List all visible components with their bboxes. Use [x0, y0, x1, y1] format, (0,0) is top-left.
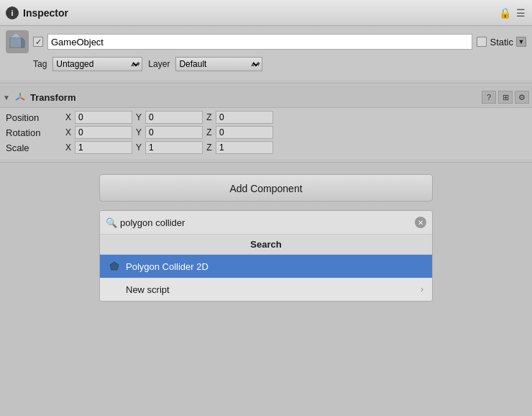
- transform-fields: Position X Y Z Rotation X Y Z: [0, 108, 532, 159]
- tag-layer-row: Tag Untagged Respawn Finish EditorOnly M…: [33, 57, 526, 71]
- transform-layout-button[interactable]: ⊞: [498, 91, 513, 104]
- menu-icon[interactable]: ☰: [515, 7, 526, 19]
- transform-title: Transform: [30, 92, 477, 103]
- position-z-label: Z: [204, 112, 214, 122]
- rotation-x-label: X: [63, 127, 73, 137]
- inspector-title: Inspector: [23, 7, 68, 19]
- static-checkbox[interactable]: [477, 37, 487, 47]
- search-input[interactable]: [120, 217, 412, 228]
- transform-buttons: ? ⊞ ⚙: [482, 91, 529, 104]
- search-clear-button[interactable]: ✕: [415, 217, 426, 228]
- position-row: Position X Y Z: [6, 111, 526, 124]
- rotation-y-label: Y: [134, 127, 144, 137]
- gameobject-checkbox[interactable]: ✓: [33, 37, 43, 47]
- position-y-label: Y: [134, 112, 144, 122]
- position-y-input[interactable]: [145, 111, 203, 124]
- scale-x-input[interactable]: [75, 141, 132, 154]
- rotation-axis-group: X Y Z: [63, 126, 526, 139]
- rotation-row: Rotation X Y Z: [6, 126, 526, 139]
- inspector-icon: i: [6, 6, 19, 19]
- search-icon: 🔍: [106, 217, 117, 228]
- svg-marker-2: [22, 37, 24, 48]
- section-divider: [0, 83, 532, 83]
- title-bar: i Inspector 🔒 ☰: [0, 0, 532, 26]
- layer-label: Layer: [148, 59, 170, 69]
- chevron-right-icon: ›: [421, 284, 423, 294]
- rotation-label: Rotation: [6, 127, 63, 138]
- search-input-row: 🔍 ✕: [100, 211, 432, 234]
- static-row: Static ▼: [477, 37, 526, 48]
- position-z-input[interactable]: [216, 111, 273, 124]
- position-axis-group: X Y Z: [63, 111, 526, 124]
- scale-row: Scale X Y Z: [6, 141, 526, 154]
- svg-rect-0: [10, 37, 22, 48]
- transform-section: ▼ Transform ? ⊞ ⚙ Position X Y Z: [0, 86, 532, 159]
- svg-marker-7: [110, 262, 119, 270]
- scale-x-label: X: [63, 143, 73, 153]
- static-label: Static: [490, 37, 513, 48]
- search-section-label: Search: [100, 234, 432, 255]
- transform-header: ▼ Transform ? ⊞ ⚙: [0, 86, 532, 108]
- svg-point-6: [19, 96, 21, 99]
- transform-help-button[interactable]: ?: [482, 91, 496, 104]
- position-x-input[interactable]: [75, 111, 132, 124]
- rotation-z-input[interactable]: [216, 126, 273, 139]
- layer-select[interactable]: Default TransparentFX Ignore Raycast Wat…: [175, 57, 262, 71]
- gameobject-row: ✓ Static ▼: [6, 30, 526, 53]
- inspector-panel: ✓ Static ▼ Tag Untagged Respawn Finish E…: [0, 26, 532, 80]
- rotation-z-label: Z: [204, 127, 214, 137]
- gameobject-icon: [6, 30, 29, 53]
- position-label: Position: [6, 112, 63, 123]
- rotation-x-input[interactable]: [75, 126, 132, 139]
- static-dropdown-arrow[interactable]: ▼: [516, 37, 526, 47]
- collapse-arrow-icon[interactable]: ▼: [3, 94, 10, 101]
- scale-axis-group: X Y Z: [63, 141, 526, 154]
- rotation-y-input[interactable]: [145, 126, 203, 139]
- scale-z-label: Z: [204, 143, 214, 153]
- search-result-polygon-collider[interactable]: Polygon Collider 2D: [100, 255, 432, 278]
- transform-axis-icon: [14, 91, 26, 103]
- titlebar-icons: 🔒 ☰: [499, 7, 526, 19]
- new-script-icon: [109, 284, 120, 295]
- gameobject-name-input[interactable]: [47, 34, 472, 50]
- lock-icon[interactable]: 🔒: [499, 7, 510, 19]
- section-divider-2: [0, 162, 532, 163]
- search-result-new-script[interactable]: New script ›: [100, 278, 432, 301]
- polygon-collider-label: Polygon Collider 2D: [126, 261, 208, 272]
- layer-select-wrapper[interactable]: Default TransparentFX Ignore Raycast Wat…: [175, 57, 262, 71]
- scale-z-input[interactable]: [216, 141, 273, 154]
- scale-label: Scale: [6, 143, 63, 153]
- transform-gear-button[interactable]: ⚙: [515, 91, 529, 104]
- search-dropdown: 🔍 ✕ Search Polygon Collider 2D New scrip…: [99, 210, 433, 302]
- add-component-section: Add Component 🔍 ✕ Search Polygon Collide…: [0, 166, 532, 310]
- svg-marker-1: [10, 33, 22, 37]
- tag-select[interactable]: Untagged Respawn Finish EditorOnly MainC…: [52, 57, 142, 71]
- tag-select-wrapper[interactable]: Untagged Respawn Finish EditorOnly MainC…: [52, 57, 142, 71]
- position-x-label: X: [63, 112, 73, 122]
- scale-y-label: Y: [134, 143, 144, 153]
- tag-label: Tag: [33, 59, 47, 69]
- new-script-label: New script: [126, 284, 170, 295]
- scale-y-input[interactable]: [145, 141, 203, 154]
- add-component-button[interactable]: Add Component: [99, 174, 433, 202]
- polygon-collider-icon: [109, 261, 120, 272]
